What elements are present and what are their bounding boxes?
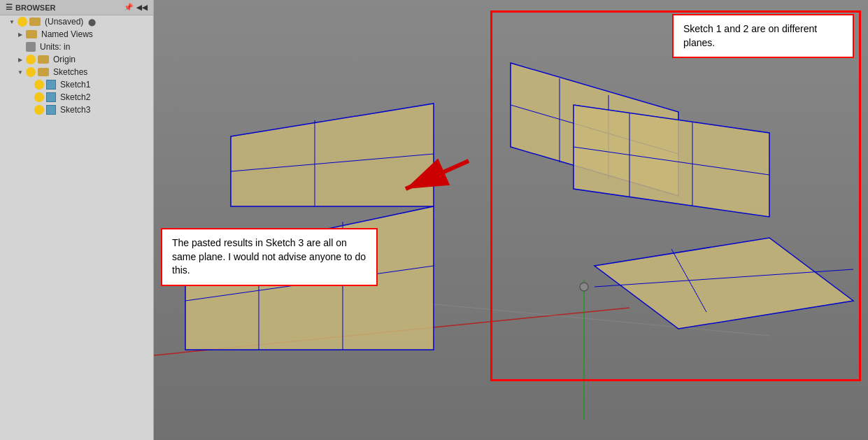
browser-panel: ☰ BROWSER 📌 ◀◀ (Unsaved) ⬤ Named Views U…	[0, 0, 154, 440]
root-bulb-icon	[17, 17, 27, 27]
root-expand-icon	[8, 18, 15, 25]
right-panel-highlight	[490, 10, 861, 381]
browser-item-sketches[interactable]: Sketches	[0, 66, 153, 78]
svg-marker-19	[595, 238, 853, 329]
units-icon	[26, 42, 36, 52]
sketch1-icon	[46, 80, 56, 90]
origin-bulb-icon	[26, 55, 36, 64]
sketch2-label: Sketch2	[60, 92, 90, 102]
units-label: Units: in	[40, 42, 70, 52]
browser-pin-icon[interactable]: 📌	[124, 3, 134, 12]
sketch3-icon	[46, 105, 56, 115]
sketches-label: Sketches	[53, 67, 87, 77]
named-views-expand-icon	[17, 31, 24, 38]
svg-point-22	[580, 283, 588, 291]
named-views-folder-icon	[26, 30, 37, 38]
origin-expand-icon	[17, 56, 24, 63]
annotation-top-right-text: Sketch 1 and 2 are on different planes.	[683, 23, 817, 48]
browser-menu-icon[interactable]: ☰	[6, 3, 13, 12]
origin-folder-icon	[38, 55, 49, 64]
sketch1-label: Sketch1	[60, 80, 90, 90]
root-options-icon[interactable]: ⬤	[88, 18, 96, 26]
sketch3-bulb-icon	[34, 105, 44, 115]
annotation-bottom-left: The pasted results in Sketch 3 are all o…	[161, 228, 378, 286]
browser-root-item[interactable]: (Unsaved) ⬤	[0, 15, 153, 28]
browser-collapse-icon[interactable]: ◀◀	[136, 3, 148, 11]
origin-label: Origin	[53, 55, 76, 64]
browser-item-sketch1[interactable]: Sketch1	[0, 78, 153, 91]
root-folder-icon	[29, 17, 41, 26]
sketch2-bulb-icon	[34, 92, 44, 102]
sketches-folder-icon	[38, 68, 49, 76]
red-arrow	[392, 147, 476, 203]
svg-marker-15	[574, 105, 769, 217]
browser-item-units[interactable]: Units: in	[0, 41, 153, 53]
sketch1-bulb-icon	[34, 80, 44, 90]
svg-line-1	[70, 308, 629, 364]
svg-line-18	[574, 147, 769, 175]
browser-item-named-views[interactable]: Named Views	[0, 28, 153, 41]
browser-item-sketch2[interactable]: Sketch2	[0, 91, 153, 104]
svg-line-24	[406, 161, 469, 189]
sketches-bulb-icon	[26, 67, 36, 77]
sketches-expand-icon	[17, 69, 24, 76]
svg-line-3	[175, 280, 769, 336]
browser-item-sketch3[interactable]: Sketch3	[0, 104, 153, 116]
svg-line-21	[595, 269, 853, 287]
browser-title: BROWSER	[15, 3, 55, 12]
annotation-top-right: Sketch 1 and 2 are on different planes.	[672, 14, 854, 58]
sketch2-icon	[46, 92, 56, 102]
named-views-label: Named Views	[41, 29, 93, 39]
svg-marker-11	[511, 63, 678, 196]
root-label: (Unsaved)	[45, 17, 83, 27]
annotation-bottom-left-text: The pasted results in Sketch 3 are all o…	[172, 237, 366, 276]
browser-item-origin[interactable]: Origin	[0, 53, 153, 66]
browser-header: ☰ BROWSER 📌 ◀◀	[0, 0, 153, 15]
svg-line-14	[511, 105, 678, 154]
sketch3-label: Sketch3	[60, 105, 90, 115]
svg-line-20	[671, 249, 706, 312]
